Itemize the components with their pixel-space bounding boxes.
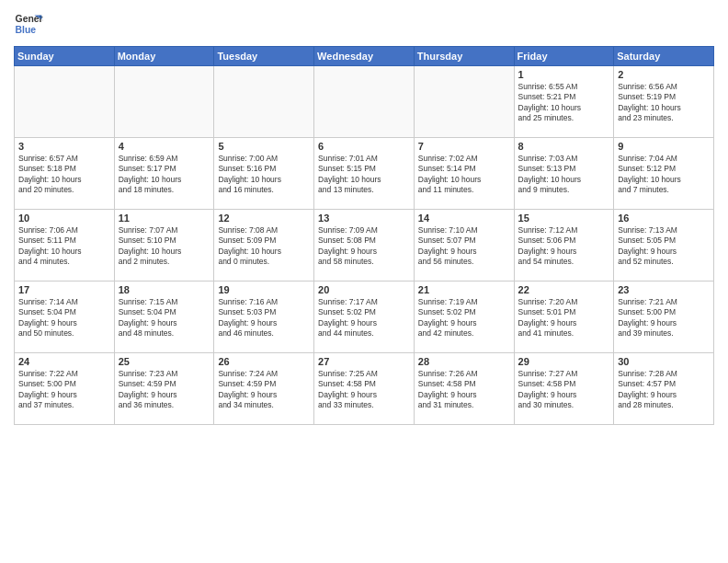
day-number: 24: [18, 356, 110, 367]
day-number: 30: [618, 356, 710, 367]
day-cell: 12Sunrise: 7:08 AM Sunset: 5:09 PM Dayli…: [214, 210, 314, 282]
day-cell: 29Sunrise: 7:27 AM Sunset: 4:58 PM Dayli…: [514, 353, 614, 425]
day-number: 9: [618, 141, 710, 152]
day-cell: 2Sunrise: 6:56 AM Sunset: 5:19 PM Daylig…: [614, 66, 714, 138]
day-info: Sunrise: 7:13 AM Sunset: 5:05 PM Dayligh…: [618, 225, 710, 268]
day-info: Sunrise: 7:25 AM Sunset: 4:58 PM Dayligh…: [318, 369, 410, 411]
day-info: Sunrise: 7:19 AM Sunset: 5:02 PM Dayligh…: [418, 297, 510, 339]
day-number: 27: [318, 356, 410, 367]
day-number: 3: [18, 141, 110, 152]
header-cell-monday: Monday: [114, 47, 214, 66]
day-info: Sunrise: 7:28 AM Sunset: 4:57 PM Dayligh…: [618, 369, 710, 411]
day-info: Sunrise: 7:06 AM Sunset: 5:11 PM Dayligh…: [18, 225, 110, 268]
week-row-4: 17Sunrise: 7:14 AM Sunset: 5:04 PM Dayli…: [15, 282, 714, 353]
day-info: Sunrise: 7:22 AM Sunset: 5:00 PM Dayligh…: [18, 369, 110, 411]
day-number: 20: [318, 284, 410, 295]
day-info: Sunrise: 7:12 AM Sunset: 5:06 PM Dayligh…: [518, 225, 610, 268]
day-info: Sunrise: 6:59 AM Sunset: 5:17 PM Dayligh…: [119, 154, 210, 196]
day-number: 28: [418, 356, 510, 367]
day-cell: 10Sunrise: 7:06 AM Sunset: 5:11 PM Dayli…: [15, 210, 115, 282]
day-info: Sunrise: 7:10 AM Sunset: 5:07 PM Dayligh…: [418, 225, 510, 268]
day-number: 19: [218, 284, 310, 295]
day-cell: 30Sunrise: 7:28 AM Sunset: 4:57 PM Dayli…: [614, 353, 714, 425]
day-number: 23: [618, 284, 710, 295]
day-info: Sunrise: 6:57 AM Sunset: 5:18 PM Dayligh…: [18, 154, 110, 196]
day-info: Sunrise: 7:14 AM Sunset: 5:04 PM Dayligh…: [18, 297, 110, 339]
day-cell: 16Sunrise: 7:13 AM Sunset: 5:05 PM Dayli…: [614, 210, 714, 282]
day-info: Sunrise: 7:21 AM Sunset: 5:00 PM Dayligh…: [618, 297, 710, 339]
day-cell: 7Sunrise: 7:02 AM Sunset: 5:14 PM Daylig…: [414, 138, 514, 210]
day-cell: 14Sunrise: 7:10 AM Sunset: 5:07 PM Dayli…: [414, 210, 514, 282]
day-number: 5: [218, 141, 310, 152]
day-number: 26: [218, 356, 310, 367]
day-number: 11: [119, 213, 210, 224]
day-cell: 4Sunrise: 6:59 AM Sunset: 5:17 PM Daylig…: [114, 138, 214, 210]
day-number: 16: [618, 213, 710, 224]
day-cell: 18Sunrise: 7:15 AM Sunset: 5:04 PM Dayli…: [114, 282, 214, 353]
day-info: Sunrise: 7:00 AM Sunset: 5:16 PM Dayligh…: [218, 154, 310, 196]
day-cell: 6Sunrise: 7:01 AM Sunset: 5:15 PM Daylig…: [314, 138, 415, 210]
header-cell-tuesday: Tuesday: [214, 47, 314, 66]
day-info: Sunrise: 7:20 AM Sunset: 5:01 PM Dayligh…: [518, 297, 610, 339]
calendar: SundayMondayTuesdayWednesdayThursdayFrid…: [14, 46, 714, 425]
week-row-3: 10Sunrise: 7:06 AM Sunset: 5:11 PM Dayli…: [15, 210, 714, 282]
day-number: 22: [518, 284, 610, 295]
header-cell-sunday: Sunday: [15, 47, 115, 66]
day-cell: 15Sunrise: 7:12 AM Sunset: 5:06 PM Dayli…: [514, 210, 614, 282]
header-cell-saturday: Saturday: [614, 47, 714, 66]
day-number: 21: [418, 284, 510, 295]
header: General Blue: [14, 9, 714, 39]
day-cell: 25Sunrise: 7:23 AM Sunset: 4:59 PM Dayli…: [114, 353, 214, 425]
day-info: Sunrise: 7:02 AM Sunset: 5:14 PM Dayligh…: [418, 154, 510, 196]
day-cell: 22Sunrise: 7:20 AM Sunset: 5:01 PM Dayli…: [514, 282, 614, 353]
day-cell: [15, 66, 115, 138]
logo-icon: General Blue: [14, 9, 43, 39]
day-cell: 17Sunrise: 7:14 AM Sunset: 5:04 PM Dayli…: [15, 282, 115, 353]
day-cell: 13Sunrise: 7:09 AM Sunset: 5:08 PM Dayli…: [314, 210, 415, 282]
day-info: Sunrise: 7:03 AM Sunset: 5:13 PM Dayligh…: [518, 154, 610, 196]
day-cell: 20Sunrise: 7:17 AM Sunset: 5:02 PM Dayli…: [314, 282, 415, 353]
day-number: 2: [618, 69, 710, 80]
day-cell: 24Sunrise: 7:22 AM Sunset: 5:00 PM Dayli…: [15, 353, 115, 425]
day-cell: 21Sunrise: 7:19 AM Sunset: 5:02 PM Dayli…: [414, 282, 514, 353]
week-row-1: 1Sunrise: 6:55 AM Sunset: 5:21 PM Daylig…: [15, 66, 714, 138]
day-cell: 3Sunrise: 6:57 AM Sunset: 5:18 PM Daylig…: [15, 138, 115, 210]
day-number: 14: [418, 213, 510, 224]
day-info: Sunrise: 7:08 AM Sunset: 5:09 PM Dayligh…: [218, 225, 310, 268]
day-number: 10: [18, 213, 110, 224]
day-info: Sunrise: 7:01 AM Sunset: 5:15 PM Dayligh…: [318, 154, 410, 196]
day-number: 12: [218, 213, 310, 224]
day-number: 6: [318, 141, 410, 152]
day-cell: 9Sunrise: 7:04 AM Sunset: 5:12 PM Daylig…: [614, 138, 714, 210]
day-cell: 11Sunrise: 7:07 AM Sunset: 5:10 PM Dayli…: [114, 210, 214, 282]
day-info: Sunrise: 7:09 AM Sunset: 5:08 PM Dayligh…: [318, 225, 410, 268]
day-number: 18: [119, 284, 210, 295]
svg-text:Blue: Blue: [16, 25, 37, 35]
day-number: 25: [119, 356, 210, 367]
day-info: Sunrise: 7:17 AM Sunset: 5:02 PM Dayligh…: [318, 297, 410, 339]
day-info: Sunrise: 7:27 AM Sunset: 4:58 PM Dayligh…: [518, 369, 610, 411]
day-cell: [314, 66, 415, 138]
day-number: 17: [18, 284, 110, 295]
day-cell: [114, 66, 214, 138]
day-cell: 27Sunrise: 7:25 AM Sunset: 4:58 PM Dayli…: [314, 353, 415, 425]
day-cell: 5Sunrise: 7:00 AM Sunset: 5:16 PM Daylig…: [214, 138, 314, 210]
header-row: SundayMondayTuesdayWednesdayThursdayFrid…: [15, 47, 714, 66]
day-info: Sunrise: 7:04 AM Sunset: 5:12 PM Dayligh…: [618, 154, 710, 196]
day-info: Sunrise: 7:07 AM Sunset: 5:10 PM Dayligh…: [119, 225, 210, 268]
day-cell: [214, 66, 314, 138]
day-info: Sunrise: 7:23 AM Sunset: 4:59 PM Dayligh…: [119, 369, 210, 411]
day-cell: 8Sunrise: 7:03 AM Sunset: 5:13 PM Daylig…: [514, 138, 614, 210]
day-number: 15: [518, 213, 610, 224]
day-number: 29: [518, 356, 610, 367]
header-cell-wednesday: Wednesday: [314, 47, 415, 66]
day-number: 1: [518, 69, 610, 80]
page: General Blue SundayMondayTuesdayWednesda…: [0, 0, 728, 563]
day-info: Sunrise: 7:26 AM Sunset: 4:58 PM Dayligh…: [418, 369, 510, 411]
day-number: 13: [318, 213, 410, 224]
day-info: Sunrise: 7:16 AM Sunset: 5:03 PM Dayligh…: [218, 297, 310, 339]
day-info: Sunrise: 6:55 AM Sunset: 5:21 PM Dayligh…: [518, 82, 610, 124]
week-row-2: 3Sunrise: 6:57 AM Sunset: 5:18 PM Daylig…: [15, 138, 714, 210]
header-cell-friday: Friday: [514, 47, 614, 66]
day-number: 4: [119, 141, 210, 152]
